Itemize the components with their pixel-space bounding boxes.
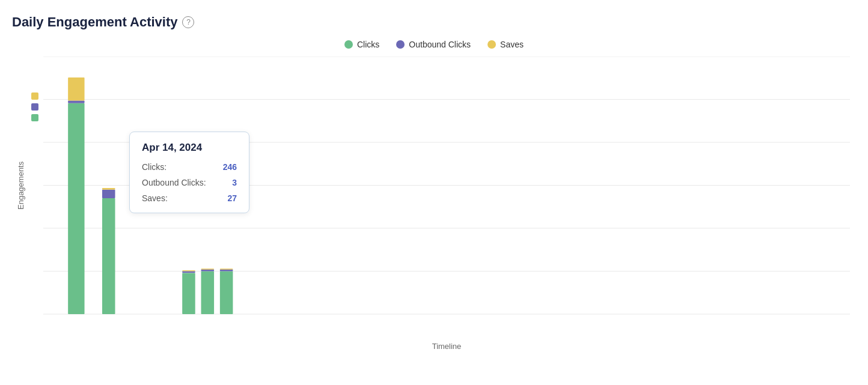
legend-label-saves: Saves — [500, 40, 524, 49]
tooltip-value-outbound: 3 — [232, 178, 237, 187]
tooltip-value-clicks: 246 — [223, 162, 237, 172]
tooltip-value-saves: 27 — [227, 193, 237, 203]
small-sq-clicks — [31, 114, 38, 121]
bar-clicks-5 — [220, 271, 233, 315]
bar-outbound-2 — [102, 190, 115, 198]
bar-saves-4 — [201, 268, 215, 269]
legend-item-saves[interactable]: Saves — [487, 40, 524, 49]
bar-saves-1 — [68, 77, 84, 101]
bar-clicks-1 — [68, 103, 84, 314]
legend-label-outbound: Outbound Clicks — [409, 40, 471, 49]
tooltip-row-outbound: Outbound Clicks: 3 — [142, 178, 237, 187]
legend-item-outbound[interactable]: Outbound Clicks — [396, 40, 471, 49]
legend-item-clicks[interactable]: Clicks — [344, 40, 379, 49]
bar-clicks-4 — [201, 271, 215, 315]
bar-outbound-5 — [220, 270, 233, 271]
page-title: Daily Engagement Activity — [12, 14, 177, 30]
bar-clicks-3 — [182, 273, 195, 314]
small-sq-outbound — [31, 103, 38, 111]
bar-outbound-3 — [182, 271, 195, 273]
tooltip-row-saves: Saves: 27 — [142, 193, 237, 203]
title-row: Daily Engagement Activity ? — [12, 14, 856, 30]
bar-saves-5 — [220, 268, 233, 269]
tooltip-label-clicks: Clicks: — [142, 162, 167, 172]
legend-dot-clicks — [344, 40, 353, 49]
bar-outbound-4 — [201, 270, 215, 271]
small-legend-area — [31, 92, 38, 121]
legend-label-clicks: Clicks — [357, 40, 379, 49]
legend-dot-saves — [487, 40, 496, 49]
chart-legend: Clicks Outbound Clicks Saves — [12, 40, 856, 49]
tooltip-label-saves: Saves: — [142, 193, 168, 203]
chart-container: Daily Engagement Activity ? Clicks Outbo… — [0, 0, 868, 385]
bar-saves-2 — [102, 188, 115, 190]
bar-saves-3 — [182, 270, 195, 271]
legend-dot-outbound — [396, 40, 405, 49]
tooltip-label-outbound: Outbound Clicks: — [142, 178, 206, 187]
tooltip-date: Apr 14, 2024 — [142, 142, 237, 154]
small-sq-saves — [31, 92, 38, 100]
chart-tooltip: Apr 14, 2024 Clicks: 246 Outbound Clicks… — [129, 132, 249, 213]
bar-clicks-2 — [102, 198, 115, 314]
x-axis-label: Timeline — [43, 342, 850, 351]
bar-outbound-1 — [68, 101, 84, 103]
tooltip-row-clicks: Clicks: 246 — [142, 162, 237, 172]
y-axis-label: Engagements — [12, 56, 29, 315]
help-icon[interactable]: ? — [182, 16, 194, 28]
